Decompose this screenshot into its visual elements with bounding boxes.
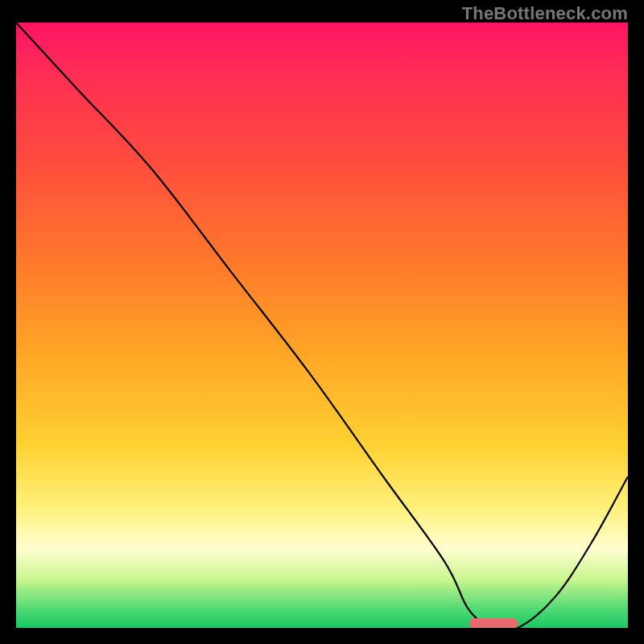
- chart-frame: TheBottleneck.com: [0, 0, 644, 644]
- curve-overlay: [16, 23, 628, 628]
- optimum-marker: [469, 618, 518, 628]
- bottleneck-curve: [16, 23, 628, 628]
- watermark-text: TheBottleneck.com: [462, 3, 628, 24]
- plot-area: [16, 23, 628, 628]
